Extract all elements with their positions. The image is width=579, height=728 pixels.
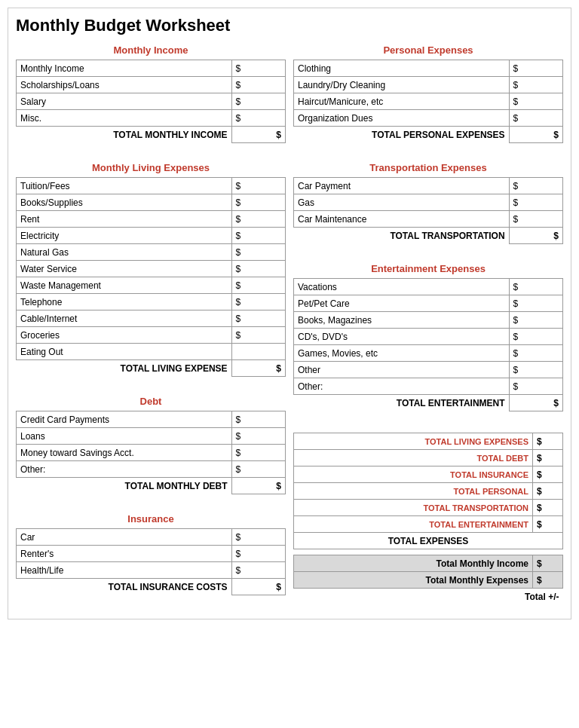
table-row: Scholarships/Loans$ xyxy=(17,77,286,93)
row-value[interactable]: $ xyxy=(231,194,285,211)
transportation-total-row: TOTAL TRANSPORTATION $ xyxy=(294,228,563,244)
row-value[interactable]: $ xyxy=(509,329,562,345)
row-label: Games, Movies, etc xyxy=(294,345,510,362)
table-row: Telephone$ xyxy=(17,294,286,310)
row-value[interactable]: $ xyxy=(231,428,285,445)
table-row: Car$ xyxy=(17,529,286,546)
row-value[interactable]: $ xyxy=(231,244,285,261)
row-value[interactable]: $ xyxy=(231,546,285,562)
left-column: Monthly Income Monthly Income$Scholarshi… xyxy=(16,43,286,611)
table-row: Games, Movies, etc$ xyxy=(294,345,563,362)
entertainment-table: Vacations$Pet/Pet Care$Books, Magazines$… xyxy=(293,278,563,411)
row-label: Electricity xyxy=(17,228,232,244)
row-value[interactable]: $ xyxy=(509,279,562,295)
row-value[interactable]: $ xyxy=(231,445,285,461)
row-value[interactable]: $ xyxy=(231,310,285,327)
row-value[interactable]: $ xyxy=(231,211,285,228)
row-value[interactable]: $ xyxy=(509,60,562,77)
entertainment-total-value: $ xyxy=(509,395,562,411)
transportation-title: Transportation Expenses xyxy=(293,161,563,175)
row-value[interactable] xyxy=(231,344,285,360)
row-label: Natural Gas xyxy=(17,244,232,261)
row-label: Rent xyxy=(17,211,232,228)
row-label: Groceries xyxy=(17,327,232,344)
row-label: Books/Supplies xyxy=(17,194,232,211)
monthly-income-total-row: TOTAL MONTHLY INCOME $ xyxy=(17,127,286,143)
final-row-value[interactable]: $ xyxy=(533,555,563,572)
row-value[interactable]: $ xyxy=(231,461,285,478)
row-label: Salary xyxy=(17,93,232,110)
debt-title: Debt xyxy=(16,394,286,408)
entertainment-title: Entertainment Expenses xyxy=(293,262,563,276)
row-label: Clothing xyxy=(294,60,510,77)
table-row: Monthly Income$ xyxy=(17,60,286,77)
row-value[interactable]: $ xyxy=(231,529,285,546)
row-label: Laundry/Dry Cleaning xyxy=(294,77,510,93)
entertainment-total-row: TOTAL ENTERTAINMENT $ xyxy=(294,395,563,411)
table-row: Waste Management$ xyxy=(17,277,286,294)
row-value[interactable]: $ xyxy=(231,261,285,277)
table-row: Books, Magazines$ xyxy=(294,312,563,329)
row-label: Water Service xyxy=(17,261,232,277)
row-label: Haircut/Manicure, etc xyxy=(294,93,510,110)
row-label: Credit Card Payments xyxy=(17,411,232,428)
row-label: Organization Dues xyxy=(294,110,510,127)
main-grid: Monthly Income Monthly Income$Scholarshi… xyxy=(16,43,563,611)
row-value[interactable]: $ xyxy=(509,77,562,93)
table-row: Vacations$ xyxy=(294,279,563,295)
row-value[interactable]: $ xyxy=(231,327,285,344)
row-value[interactable]: $ xyxy=(231,93,285,110)
summary-row-value[interactable]: $ xyxy=(533,466,563,483)
final-row-value[interactable]: $ xyxy=(533,572,563,589)
row-value[interactable]: $ xyxy=(509,211,562,228)
summary-row-value[interactable]: $ xyxy=(533,516,563,533)
summary-row-value[interactable]: $ xyxy=(533,483,563,500)
row-value[interactable]: $ xyxy=(509,295,562,312)
summary-row-label: TOTAL DEBT xyxy=(294,450,533,466)
summary-table: TOTAL LIVING EXPENSES$TOTAL DEBT$TOTAL I… xyxy=(293,433,563,605)
table-row: Books/Supplies$ xyxy=(17,194,286,211)
row-value[interactable]: $ xyxy=(509,194,562,211)
summary-row-value[interactable]: $ xyxy=(533,500,563,516)
summary-row-value[interactable]: $ xyxy=(533,450,563,466)
table-row: Other:$ xyxy=(17,461,286,478)
row-value[interactable]: $ xyxy=(231,110,285,127)
table-row: Money toward Savings Acct.$ xyxy=(17,445,286,461)
monthly-income-total-label: TOTAL MONTHLY INCOME xyxy=(17,127,232,143)
summary-row-label: TOTAL PERSONAL xyxy=(294,483,533,500)
insurance-table: Car$Renter's$Health/Life$ TOTAL INSURANC… xyxy=(16,528,286,595)
personal-expenses-total-value: $ xyxy=(509,127,562,143)
monthly-income-table: Monthly Income$Scholarships/Loans$Salary… xyxy=(16,60,286,143)
final-row: Total Monthly Income$ xyxy=(294,555,563,572)
row-value[interactable]: $ xyxy=(509,178,562,194)
row-value[interactable]: $ xyxy=(509,110,562,127)
row-value[interactable]: $ xyxy=(509,378,562,395)
table-row: Natural Gas$ xyxy=(17,244,286,261)
total-expenses-label: TOTAL EXPENSES xyxy=(294,533,563,549)
summary-row: TOTAL PERSONAL$ xyxy=(294,483,563,500)
row-value[interactable]: $ xyxy=(509,312,562,329)
row-value[interactable]: $ xyxy=(231,77,285,93)
row-label: Vacations xyxy=(294,279,510,295)
summary-row-value[interactable]: $ xyxy=(533,433,563,450)
row-value[interactable]: $ xyxy=(231,294,285,310)
grand-total-row: Total +/- xyxy=(294,589,563,605)
final-row-label: Total Monthly Expenses xyxy=(294,572,533,589)
row-value[interactable]: $ xyxy=(509,345,562,362)
row-value[interactable]: $ xyxy=(231,178,285,194)
summary-row: TOTAL DEBT$ xyxy=(294,450,563,466)
summary-row-label: TOTAL LIVING EXPENSES xyxy=(294,433,533,450)
table-row: Organization Dues$ xyxy=(294,110,563,127)
debt-table: Credit Card Payments$Loans$Money toward … xyxy=(16,411,286,494)
row-value[interactable]: $ xyxy=(509,362,562,378)
row-value[interactable]: $ xyxy=(509,93,562,110)
row-value[interactable]: $ xyxy=(231,562,285,579)
row-value[interactable]: $ xyxy=(231,60,285,77)
table-row: Groceries$ xyxy=(17,327,286,344)
monthly-living-title: Monthly Living Expenses xyxy=(16,161,286,175)
row-value[interactable]: $ xyxy=(231,277,285,294)
summary-row: TOTAL TRANSPORTATION$ xyxy=(294,500,563,516)
right-column: Personal Expenses Clothing$Laundry/Dry C… xyxy=(293,43,563,611)
row-value[interactable]: $ xyxy=(231,411,285,428)
row-value[interactable]: $ xyxy=(231,228,285,244)
